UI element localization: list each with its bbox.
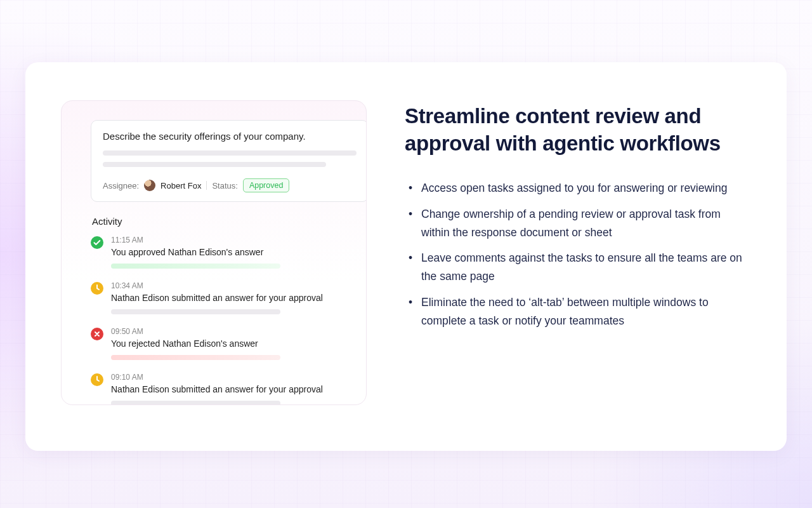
x-circle-icon	[91, 327, 103, 360]
activity-item: 09:10 AMNathan Edison submitted an answe…	[91, 373, 366, 405]
activity-time: 09:10 AM	[111, 373, 353, 382]
task-preview-panel: Describe the security offerings of your …	[61, 100, 367, 405]
bullet-item: Access open tasks assigned to you for an…	[405, 179, 745, 197]
bullet-item: Leave comments against the tasks to ensu…	[405, 249, 745, 286]
activity-item: 09:50 AMYou rejected Nathan Edison's ans…	[91, 327, 366, 360]
status-badge: Approved	[243, 178, 290, 192]
activity-body: 10:34 AMNathan Edison submitted an answe…	[111, 281, 353, 314]
check-circle-icon	[91, 236, 103, 269]
clock-icon	[91, 281, 103, 314]
activity-text: You approved Nathan Edison's answer	[111, 247, 353, 257]
bullet-item: Change ownership of a pending review or …	[405, 205, 745, 242]
bullet-item: Eliminate the need to ‘alt-tab’ between …	[405, 293, 745, 330]
skeleton-line	[103, 150, 357, 156]
task-meta: Assignee: Robert Fox Status: Approved	[103, 178, 357, 192]
activity-bar	[111, 264, 280, 269]
activity-list: 11:15 AMYou approved Nathan Edison's ans…	[91, 236, 366, 405]
activity-bar	[111, 401, 280, 405]
activity-text: Nathan Edison submitted an answer for yo…	[111, 293, 353, 303]
activity-bar	[111, 355, 280, 360]
task-card: Describe the security offerings of your …	[91, 120, 367, 202]
activity-time: 09:50 AM	[111, 327, 353, 336]
activity-time: 10:34 AM	[111, 281, 353, 290]
activity-body: 09:50 AMYou rejected Nathan Edison's ans…	[111, 327, 353, 360]
bullet-list: Access open tasks assigned to you for an…	[405, 179, 745, 330]
activity-time: 11:15 AM	[111, 236, 353, 244]
activity-bar	[111, 309, 280, 314]
clock-icon	[91, 373, 103, 405]
status-label: Status:	[212, 181, 237, 190]
assignee-label: Assignee:	[103, 181, 139, 190]
task-prompt: Describe the security offerings of your …	[103, 131, 357, 142]
activity-body: 09:10 AMNathan Edison submitted an answe…	[111, 373, 353, 405]
assignee-name: Robert Fox	[160, 181, 201, 190]
activity-text: Nathan Edison submitted an answer for yo…	[111, 384, 353, 394]
activity-heading: Activity	[92, 216, 366, 227]
activity-item: 10:34 AMNathan Edison submitted an answe…	[91, 281, 366, 314]
headline: Streamline content review and approval w…	[405, 103, 745, 157]
avatar	[144, 180, 155, 191]
activity-text: You rejected Nathan Edison's answer	[111, 338, 353, 349]
activity-item: 11:15 AMYou approved Nathan Edison's ans…	[91, 236, 366, 269]
activity-body: 11:15 AMYou approved Nathan Edison's ans…	[111, 236, 353, 269]
skeleton-line	[103, 162, 326, 167]
copy-column: Streamline content review and approval w…	[405, 100, 751, 425]
preview-column: Describe the security offerings of your …	[61, 100, 367, 425]
divider	[206, 181, 207, 190]
feature-card: Describe the security offerings of your …	[25, 62, 787, 451]
